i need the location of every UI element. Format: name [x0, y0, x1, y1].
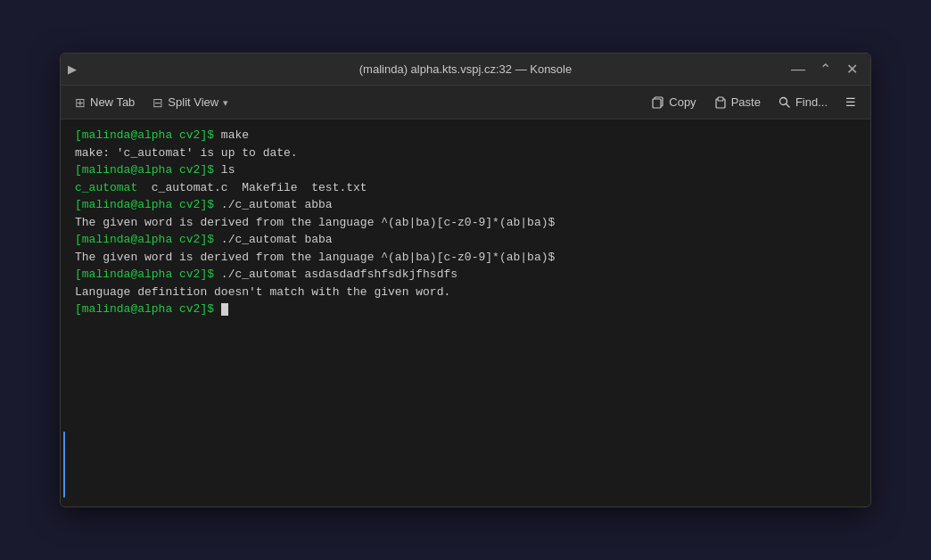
line-11: [malinda@alpha cv2]$ — [75, 301, 861, 318]
svg-point-4 — [779, 97, 787, 104]
terminal-output[interactable]: [malinda@alpha cv2]$ make make: 'c_autom… — [66, 119, 870, 506]
sidebar-line — [63, 432, 65, 498]
line-9: [malinda@alpha cv2]$ ./c_automat asdasda… — [75, 266, 861, 284]
paste-label: Paste — [731, 95, 761, 109]
menu-button[interactable]: ☰ — [838, 90, 863, 115]
minimize-button[interactable]: — — [787, 58, 810, 81]
new-tab-label: New Tab — [90, 95, 135, 109]
copy-label: Copy — [669, 95, 696, 109]
find-label: Find... — [795, 95, 828, 109]
paste-button[interactable]: Paste — [707, 90, 768, 115]
line-1: [malinda@alpha cv2]$ make — [75, 127, 861, 144]
line-3: [malinda@alpha cv2]$ ls — [75, 161, 861, 179]
titlebar-left: ▶ — [68, 62, 80, 76]
line-7: [malinda@alpha cv2]$ ./c_automat baba — [75, 231, 861, 249]
copy-icon — [652, 96, 664, 109]
terminal-cursor — [221, 303, 228, 316]
terminal-icon: ▶ — [68, 62, 77, 76]
line-4: c_automat c_automat.c Makefile test.txt — [75, 179, 861, 197]
copy-button[interactable]: Copy — [645, 90, 703, 115]
split-view-label: Split View — [168, 95, 218, 109]
window-title: (malinda) alpha.kts.vspj.cz:32 — Konsole — [359, 62, 572, 76]
titlebar-controls: — ⌃ ✕ — [787, 58, 863, 81]
svg-rect-1 — [653, 99, 661, 108]
line-10: Language definition doesn't match with t… — [75, 284, 861, 301]
find-button[interactable]: Find... — [771, 90, 835, 115]
svg-line-5 — [786, 103, 789, 107]
toolbar: ⊞ New Tab ⊟ Split View Copy Pas — [61, 86, 870, 119]
toolbar-right: Copy Paste Find... ☰ — [645, 90, 863, 115]
line-8: The given word is derived from the langu… — [75, 249, 861, 267]
split-view-chevron-icon — [223, 95, 228, 109]
close-button[interactable]: ✕ — [840, 58, 863, 81]
find-icon — [779, 96, 791, 109]
terminal-area: [malinda@alpha cv2]$ make make: 'c_autom… — [61, 119, 870, 506]
menu-icon: ☰ — [845, 95, 856, 109]
split-view-icon: ⊟ — [152, 95, 163, 110]
paste-icon — [714, 96, 727, 109]
new-tab-button[interactable]: ⊞ New Tab — [68, 90, 142, 115]
titlebar: ▶ (malinda) alpha.kts.vspj.cz:32 — Konso… — [61, 54, 870, 86]
line-5: [malinda@alpha cv2]$ ./c_automat abba — [75, 196, 861, 214]
line-2: make: 'c_automat' is up to date. — [75, 144, 861, 162]
terminal-window: ▶ (malinda) alpha.kts.vspj.cz:32 — Konso… — [60, 53, 871, 507]
split-view-button[interactable]: ⊟ Split View — [145, 90, 235, 115]
sidebar-left — [61, 119, 66, 506]
maximize-button[interactable]: ⌃ — [813, 58, 836, 81]
line-6: The given word is derived from the langu… — [75, 214, 861, 232]
svg-rect-3 — [718, 97, 723, 101]
new-tab-icon: ⊞ — [75, 95, 86, 110]
